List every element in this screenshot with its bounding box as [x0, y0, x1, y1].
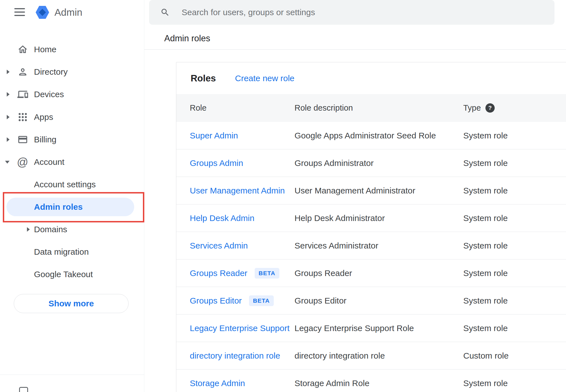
- beta-badge: BETA: [249, 295, 274, 306]
- table-row: User Management Admin User Management Ad…: [176, 177, 566, 204]
- search-icon: [160, 8, 170, 17]
- expand-arrow-icon[interactable]: [27, 227, 30, 232]
- roles-panel-header: Roles Create new role: [176, 62, 566, 94]
- collapse-arrow-icon[interactable]: [5, 161, 10, 164]
- search-input[interactable]: [182, 4, 554, 21]
- role-type: System role: [463, 158, 566, 168]
- app-title: Admin: [54, 7, 82, 18]
- table-row: Groups Editor BETA Groups Editor System …: [176, 287, 566, 314]
- sidebar-item-label: Directory: [34, 67, 68, 77]
- role-description: Google Apps Administrator Seed Role: [295, 131, 463, 140]
- role-type: Custom role: [463, 351, 566, 361]
- sidebar-item-label: Account: [34, 157, 64, 167]
- breadcrumb-divider: [144, 49, 566, 50]
- sidebar-header: Admin: [0, 0, 144, 25]
- sidebar-item-devices[interactable]: Devices: [0, 83, 144, 106]
- role-description: Services Administrator: [295, 241, 463, 250]
- sidebar-item-admin-roles[interactable]: Admin roles: [0, 196, 144, 218]
- role-type: System role: [463, 268, 566, 278]
- sidebar-item-billing[interactable]: Billing: [0, 128, 144, 151]
- table-row: directory integration role directory int…: [176, 342, 566, 370]
- show-more-button[interactable]: Show more: [14, 294, 129, 313]
- role-link[interactable]: Groups Reader: [190, 268, 247, 278]
- sidebar-item-apps[interactable]: Apps: [0, 106, 144, 128]
- menu-icon[interactable]: [14, 8, 25, 17]
- sidebar-item-directory[interactable]: Directory: [0, 61, 144, 83]
- table-row: Groups Admin Groups Administrator System…: [176, 149, 566, 177]
- column-header-role: Role: [190, 103, 295, 113]
- sidebar-item-label: Admin roles: [34, 202, 83, 212]
- table-row: Legacy Enterprise Support Legacy Enterpr…: [176, 314, 566, 342]
- sidebar-item-account-settings[interactable]: Account settings: [0, 173, 144, 196]
- role-type: System role: [463, 296, 566, 306]
- role-link[interactable]: Help Desk Admin: [190, 213, 254, 223]
- sidebar-item-home[interactable]: Home: [0, 38, 144, 61]
- roles-panel: Roles Create new role Role Role descript…: [176, 62, 566, 392]
- role-link[interactable]: Legacy Enterprise Support: [190, 323, 289, 333]
- role-description: Legacy Enterprise Support Role: [295, 323, 463, 333]
- support-icon[interactable]: [19, 387, 28, 392]
- expand-arrow-icon[interactable]: [7, 115, 10, 119]
- create-new-role-link[interactable]: Create new role: [235, 74, 295, 83]
- role-description: User Management Administrator: [295, 186, 463, 195]
- role-link[interactable]: Groups Admin: [190, 158, 243, 168]
- sidebar-item-label: Apps: [34, 112, 53, 122]
- table-row: Groups Reader BETA Groups Reader System …: [176, 259, 566, 287]
- role-type: System role: [463, 186, 566, 195]
- role-link[interactable]: Super Admin: [190, 131, 238, 140]
- role-link[interactable]: Groups Editor: [190, 296, 242, 306]
- role-description: Storage Admin Role: [295, 379, 463, 388]
- sidebar-item-account[interactable]: @ Account: [0, 151, 144, 173]
- sidebar-item-label: Home: [34, 45, 56, 54]
- column-header-description: Role description: [295, 103, 463, 113]
- role-description: Groups Editor: [295, 296, 463, 306]
- role-description: Groups Administrator: [295, 158, 463, 168]
- sidebar-item-label: Google Takeout: [34, 270, 93, 279]
- table-header-row: Role Role description Type ?: [176, 94, 566, 122]
- sidebar-bottom-divider: [0, 375, 144, 375]
- table-row: Services Admin Services Administrator Sy…: [176, 232, 566, 259]
- table-row: Help Desk Admin Help Desk Administrator …: [176, 204, 566, 232]
- sidebar-item-domains[interactable]: Domains: [0, 218, 144, 241]
- role-description: Groups Reader: [295, 268, 463, 278]
- role-description: Help Desk Administrator: [295, 213, 463, 223]
- role-link[interactable]: directory integration role: [190, 351, 280, 361]
- help-icon[interactable]: ?: [485, 103, 495, 113]
- person-icon: [17, 67, 28, 77]
- role-link[interactable]: Storage Admin: [190, 379, 245, 388]
- devices-icon: [17, 89, 28, 100]
- expand-arrow-icon[interactable]: [7, 70, 10, 74]
- role-type: System role: [463, 241, 566, 250]
- credit-card-icon: [17, 134, 28, 145]
- sidebar-item-label: Domains: [34, 225, 67, 234]
- role-link[interactable]: Services Admin: [190, 241, 248, 250]
- role-type: System role: [463, 131, 566, 140]
- role-type: System role: [463, 213, 566, 223]
- sidebar-item-label: Billing: [34, 135, 56, 144]
- breadcrumb[interactable]: Admin roles: [164, 33, 210, 44]
- role-type: System role: [463, 379, 566, 388]
- roles-title: Roles: [191, 73, 216, 84]
- sidebar-item-google-takeout[interactable]: Google Takeout: [0, 263, 144, 286]
- sidebar-item-label: Account settings: [34, 180, 96, 189]
- search-bar[interactable]: [149, 0, 554, 25]
- role-description: directory integration role: [295, 351, 463, 361]
- role-type: System role: [463, 323, 566, 333]
- sidebar-item-label: Data migration: [34, 247, 89, 257]
- sidebar-item-label: Devices: [34, 90, 64, 99]
- beta-badge: BETA: [255, 268, 279, 279]
- at-sign-icon: @: [17, 156, 28, 168]
- apps-grid-icon: [17, 112, 28, 122]
- role-link[interactable]: User Management Admin: [190, 186, 285, 195]
- table-row: Storage Admin Storage Admin Role System …: [176, 370, 566, 392]
- sidebar: Admin Home Directory Devices Apps: [0, 0, 144, 392]
- column-header-type: Type ?: [463, 103, 566, 113]
- sidebar-item-data-migration[interactable]: Data migration: [0, 241, 144, 263]
- table-row: Super Admin Google Apps Administrator Se…: [176, 122, 566, 149]
- expand-arrow-icon[interactable]: [7, 137, 10, 142]
- admin-logo-icon: [36, 6, 49, 19]
- home-icon: [17, 44, 28, 55]
- expand-arrow-icon[interactable]: [7, 92, 10, 97]
